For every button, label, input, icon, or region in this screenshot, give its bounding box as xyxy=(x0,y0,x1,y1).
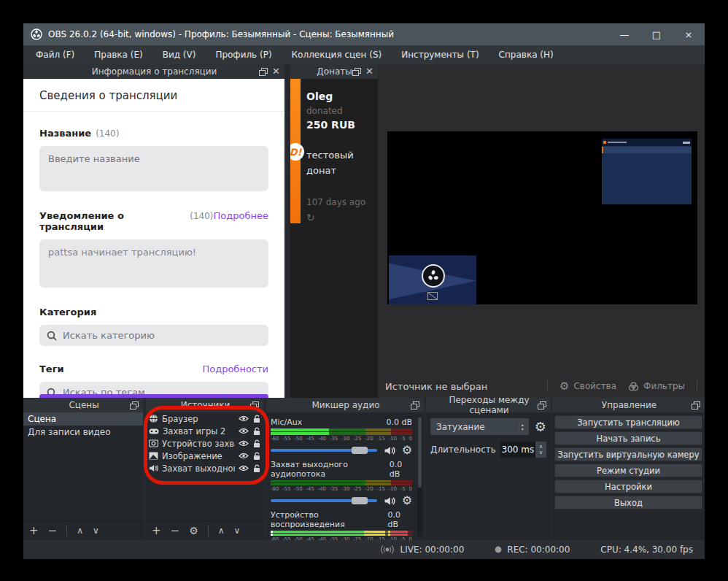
speaker-icon[interactable] xyxy=(384,446,395,455)
channel-name: Mic/Aux xyxy=(271,418,302,427)
speaker-icon[interactable] xyxy=(384,496,395,506)
category-field-label: Категория xyxy=(39,307,96,318)
preview-region: Источник не выбран ⚙ Свойства Фильтры xyxy=(378,64,705,398)
notification-textarea[interactable]: pattsa начинает трансляцию! xyxy=(39,239,268,288)
category-search-placeholder: Искать категорию xyxy=(63,330,155,341)
close-dock-icon[interactable]: ✕ xyxy=(365,68,373,75)
scenes-dock-header[interactable]: Сцены xyxy=(23,398,143,412)
sources-dock-header[interactable]: Источники xyxy=(146,398,263,412)
duration-spinbox[interactable]: 300 ms ∧∨ xyxy=(500,442,546,458)
move-source-up-button[interactable]: ∧ xyxy=(218,526,225,536)
menu-help[interactable]: Справка (H) xyxy=(499,50,554,60)
properties-button[interactable]: ⚙ Свойства xyxy=(559,380,616,393)
float-dock-icon[interactable] xyxy=(259,68,268,75)
mixer-dock: Микшер аудио Mic/Aux 0.0 dB -60-55-50-45… xyxy=(266,398,424,540)
mixer-channel-mic: Mic/Aux 0.0 dB -60-55-50-45-40-35-30-25-… xyxy=(271,418,412,455)
eye-icon[interactable] xyxy=(239,465,249,472)
controls-dock-header[interactable]: Управление xyxy=(552,398,705,412)
mixer-scrollbar[interactable] xyxy=(417,415,422,537)
separator xyxy=(697,380,697,392)
unlock-icon[interactable] xyxy=(253,452,260,461)
gamepad-icon xyxy=(149,428,159,435)
source-item-audio-output-capture[interactable]: Захват выходног xyxy=(146,462,263,474)
capture-list-row xyxy=(602,147,692,153)
source-properties-button[interactable]: ⚙ xyxy=(189,525,198,536)
eye-icon[interactable] xyxy=(239,440,249,447)
broadcast-icon xyxy=(379,545,395,555)
move-scene-down-button[interactable]: ∨ xyxy=(93,526,99,536)
menu-profile[interactable]: Профиль (P) xyxy=(215,50,271,60)
category-search-input[interactable]: Искать категорию xyxy=(39,325,268,346)
start-virtual-camera-button[interactable]: Запустить виртуальную камеру xyxy=(554,447,702,461)
scene-item[interactable]: Сцена xyxy=(23,412,143,426)
donate-dock-header[interactable]: Донаты ✕ xyxy=(290,64,378,79)
source-item-capture-device[interactable]: Устройство захва xyxy=(146,437,263,450)
stream-title-input[interactable]: Введите название xyxy=(39,146,268,191)
camera-icon xyxy=(149,439,158,447)
menu-tools[interactable]: Инструменты (T) xyxy=(401,50,479,60)
start-streaming-button[interactable]: Запустить трансляцию xyxy=(554,415,702,429)
donate-action: donated xyxy=(306,106,375,116)
eye-icon[interactable] xyxy=(239,453,249,459)
obs-window: OBS 26.0.2 (64-bit, windows) - Профиль: … xyxy=(23,23,705,559)
menu-scene-collection[interactable]: Коллекция сцен (S) xyxy=(292,50,382,60)
move-scene-up-button[interactable]: ∧ xyxy=(77,526,83,536)
scene-item[interactable]: Для записи видео xyxy=(23,426,143,439)
volume-slider[interactable] xyxy=(271,499,377,502)
transitions-dock-header[interactable]: Переходы между сценами xyxy=(426,398,551,412)
unlock-icon[interactable] xyxy=(253,464,260,473)
scrollbar-thumb[interactable] xyxy=(418,417,422,488)
eye-icon[interactable] xyxy=(239,428,249,434)
move-source-down-button[interactable]: ∨ xyxy=(234,526,241,536)
remove-scene-button[interactable]: − xyxy=(48,524,58,537)
title-bar: OBS 26.0.2 (64-bit, windows) - Профиль: … xyxy=(23,23,705,45)
transition-select[interactable]: Затухание ▴▾ xyxy=(430,418,529,435)
source-item-browser[interactable]: Браузер xyxy=(146,412,263,425)
preview-canvas[interactable] xyxy=(387,131,697,304)
minimize-button[interactable]: — xyxy=(608,23,640,45)
tags-details-link[interactable]: Подробности xyxy=(202,363,268,374)
unlock-icon[interactable] xyxy=(253,427,260,436)
float-dock-icon[interactable] xyxy=(352,68,361,75)
source-item-image[interactable]: Изображение xyxy=(146,450,263,462)
refresh-icon[interactable]: ↻ xyxy=(306,212,315,223)
menu-file[interactable]: Файл (F) xyxy=(36,50,74,60)
db-scale: -60-55-50-45-40-35-30-25-20-15-10-50 xyxy=(271,436,412,442)
float-dock-icon[interactable] xyxy=(130,401,139,409)
float-dock-icon[interactable] xyxy=(692,401,700,409)
unlock-icon[interactable] xyxy=(253,439,260,448)
eye-icon[interactable] xyxy=(239,415,249,422)
close-button[interactable]: × xyxy=(673,23,705,45)
menu-edit[interactable]: Правка (E) xyxy=(94,50,142,60)
notification-more-link[interactable]: Подробнее xyxy=(214,210,268,221)
filters-button[interactable]: Фильтры xyxy=(628,381,685,391)
mixer-dock-header[interactable]: Микшер аудио xyxy=(266,398,424,412)
exit-button[interactable]: Выход xyxy=(554,496,702,509)
volume-slider[interactable] xyxy=(271,449,377,452)
remove-source-button[interactable]: − xyxy=(171,524,180,537)
source-item-game-capture[interactable]: Захват игры 2 xyxy=(146,425,263,437)
start-recording-button[interactable]: Начать запись xyxy=(554,431,702,445)
menu-view[interactable]: Вид (V) xyxy=(163,50,196,60)
transitions-dock-title: Переходы между сценами xyxy=(441,395,538,415)
add-source-button[interactable]: + xyxy=(152,524,161,537)
close-dock-icon[interactable]: ✕ xyxy=(272,68,280,75)
transition-settings-gear-icon[interactable]: ⚙ xyxy=(535,419,546,434)
float-dock-icon[interactable] xyxy=(411,401,419,409)
gear-icon[interactable]: ⚙ xyxy=(402,445,412,455)
spinbox-arrows[interactable]: ∧∨ xyxy=(535,442,546,458)
float-dock-icon[interactable] xyxy=(250,401,259,409)
separator xyxy=(208,525,209,536)
sources-list: Браузер Захв xyxy=(146,412,263,520)
scenes-dock-title: Сцены xyxy=(38,400,130,410)
slider-handle[interactable] xyxy=(352,447,368,454)
float-dock-icon[interactable] xyxy=(538,401,546,409)
gear-icon[interactable]: ⚙ xyxy=(402,496,412,506)
unlock-icon[interactable] xyxy=(253,415,260,423)
maximize-button[interactable]: □ xyxy=(640,23,673,45)
add-scene-button[interactable]: + xyxy=(29,524,39,537)
studio-mode-button[interactable]: Режим студии xyxy=(554,463,702,477)
settings-button[interactable]: Настройки xyxy=(554,480,702,493)
stream-info-dock-header[interactable]: Информация о трансляции ✕ xyxy=(23,64,284,79)
slider-handle[interactable] xyxy=(352,497,368,504)
